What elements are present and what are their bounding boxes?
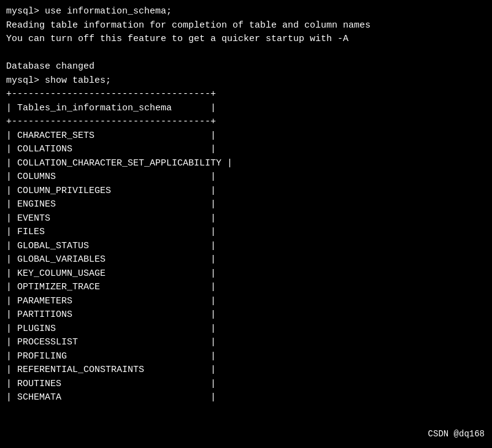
terminal-output: mysql> use information_schema; Reading t… [6,5,486,405]
watermark: CSDN @dq168 [428,428,485,441]
